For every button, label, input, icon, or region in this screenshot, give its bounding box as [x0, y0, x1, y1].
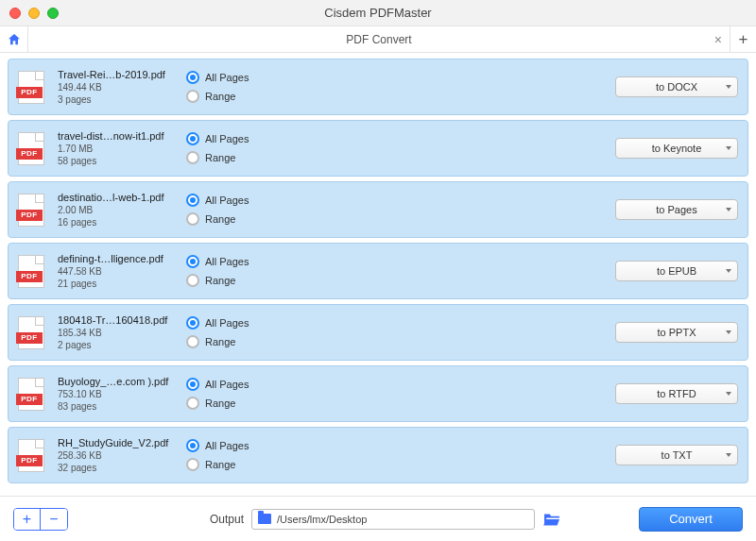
radio-unselected-icon: [186, 90, 199, 103]
file-page-count: 3 pages: [58, 94, 180, 105]
all-pages-option[interactable]: All Pages: [186, 71, 356, 84]
tab-label: PDF Convert: [346, 33, 411, 46]
file-meta: Travel-Rei…b-2019.pdf149.44 KB3 pages: [58, 69, 180, 105]
range-option[interactable]: Range: [186, 90, 356, 103]
file-row[interactable]: PDFdefining-t…lligence.pdf447.58 KB21 pa…: [8, 243, 748, 299]
chevron-down-icon: [726, 392, 731, 396]
output-format-dropdown[interactable]: to Keynote: [615, 138, 738, 159]
browse-output-button[interactable]: [542, 512, 561, 527]
range-option[interactable]: Range: [186, 458, 356, 471]
file-size: 1.70 MB: [58, 144, 180, 154]
open-folder-icon: [542, 512, 561, 527]
all-pages-label: All Pages: [205, 72, 249, 83]
page-range-options: All PagesRange: [186, 255, 356, 287]
pdf-file-icon: PDF: [18, 316, 44, 349]
output-format-dropdown[interactable]: to TXT: [615, 445, 738, 465]
minimize-window-button[interactable]: [28, 8, 40, 19]
output-format-label: to DOCX: [656, 81, 697, 93]
pdf-badge: PDF: [16, 148, 43, 160]
range-option[interactable]: Range: [186, 335, 356, 348]
file-name: travel-dist…now-it1.pdf: [58, 130, 180, 142]
range-label: Range: [205, 336, 235, 347]
page-range-options: All PagesRange: [186, 439, 356, 471]
file-size: 447.58 KB: [58, 266, 180, 277]
file-row[interactable]: PDF180418-Tr…160418.pdf185.34 KB2 pagesA…: [8, 304, 748, 361]
radio-selected-icon: [186, 194, 199, 207]
all-pages-option[interactable]: All Pages: [186, 132, 356, 145]
all-pages-label: All Pages: [205, 440, 249, 451]
range-label: Range: [205, 91, 235, 102]
file-list: PDFTravel-Rei…b-2019.pdf149.44 KB3 pages…: [0, 53, 756, 483]
window-title: Cisdem PDFMaster: [0, 6, 756, 20]
all-pages-label: All Pages: [205, 317, 249, 329]
add-file-button[interactable]: +: [14, 509, 41, 530]
file-size: 753.10 KB: [58, 389, 180, 399]
close-tab-button[interactable]: ×: [714, 32, 722, 47]
file-size: 258.36 KB: [58, 450, 180, 461]
file-row[interactable]: PDFtravel-dist…now-it1.pdf1.70 MB58 page…: [8, 120, 748, 177]
range-option[interactable]: Range: [186, 397, 356, 410]
radio-unselected-icon: [186, 397, 199, 410]
radio-unselected-icon: [186, 335, 199, 348]
file-page-count: 16 pages: [58, 217, 180, 228]
file-meta: travel-dist…now-it1.pdf1.70 MB58 pages: [58, 130, 180, 166]
output-format-label: to EPUB: [657, 265, 696, 277]
output-format-dropdown[interactable]: to EPUB: [615, 261, 738, 281]
file-meta: 180418-Tr…160418.pdf185.34 KB2 pages: [58, 314, 180, 350]
output-format-dropdown[interactable]: to PPTX: [615, 322, 738, 343]
file-page-count: 2 pages: [58, 340, 180, 350]
pdf-badge: PDF: [16, 210, 43, 221]
pdf-file-icon: PDF: [18, 132, 44, 165]
range-label: Range: [205, 275, 235, 286]
output-format-dropdown[interactable]: to Pages: [615, 199, 738, 220]
all-pages-label: All Pages: [205, 133, 249, 144]
file-page-count: 83 pages: [58, 401, 180, 412]
file-page-count: 58 pages: [58, 156, 180, 166]
output-path-text: /Users/lmx/Desktop: [277, 514, 367, 525]
range-label: Range: [205, 152, 235, 163]
all-pages-option[interactable]: All Pages: [186, 378, 356, 391]
convert-button[interactable]: Convert: [639, 507, 743, 532]
new-tab-button[interactable]: +: [730, 26, 756, 52]
file-name: destinatio…l-web-1.pdf: [58, 192, 180, 203]
radio-unselected-icon: [186, 212, 199, 226]
output-path-field[interactable]: /Users/lmx/Desktop: [251, 509, 535, 530]
all-pages-option[interactable]: All Pages: [186, 255, 356, 268]
radio-selected-icon: [186, 378, 199, 391]
file-name: 180418-Tr…160418.pdf: [58, 314, 180, 326]
file-row[interactable]: PDFdestinatio…l-web-1.pdf2.00 MB16 pages…: [8, 181, 748, 238]
range-option[interactable]: Range: [186, 151, 356, 164]
output-format-label: to TXT: [662, 449, 693, 461]
pdf-file-icon: PDF: [18, 378, 44, 411]
chevron-down-icon: [726, 85, 731, 89]
chevron-down-icon: [726, 330, 731, 334]
file-size: 149.44 KB: [58, 82, 180, 93]
close-window-button[interactable]: [9, 8, 21, 19]
zoom-window-button[interactable]: [47, 8, 59, 19]
home-icon: [7, 32, 22, 47]
home-button[interactable]: [0, 26, 28, 52]
tab-pdf-convert[interactable]: PDF Convert ×: [28, 26, 730, 52]
remove-file-button[interactable]: −: [41, 509, 67, 530]
file-row[interactable]: PDFBuyology_…e.com ).pdf753.10 KB83 page…: [8, 365, 748, 422]
range-option[interactable]: Range: [186, 212, 356, 226]
file-row[interactable]: PDFRH_StudyGuide_V2.pdf258.36 KB32 pages…: [8, 427, 748, 483]
output-label: Output: [210, 513, 244, 526]
output-format-dropdown[interactable]: to DOCX: [615, 76, 738, 97]
pdf-file-icon: PDF: [18, 71, 44, 104]
all-pages-option[interactable]: All Pages: [186, 439, 356, 452]
file-size: 185.34 KB: [58, 328, 180, 338]
file-row[interactable]: PDFTravel-Rei…b-2019.pdf149.44 KB3 pages…: [8, 59, 748, 115]
all-pages-option[interactable]: All Pages: [186, 194, 356, 207]
file-name: RH_StudyGuide_V2.pdf: [58, 437, 180, 448]
range-option[interactable]: Range: [186, 274, 356, 287]
file-name: defining-t…lligence.pdf: [58, 253, 180, 264]
output-format-dropdown[interactable]: to RTFD: [615, 383, 738, 404]
footer-bar: + − Output /Users/lmx/Desktop Convert: [0, 496, 756, 541]
all-pages-label: All Pages: [205, 194, 249, 206]
chevron-down-icon: [726, 453, 731, 457]
chevron-down-icon: [726, 146, 731, 150]
all-pages-label: All Pages: [205, 379, 249, 390]
all-pages-option[interactable]: All Pages: [186, 316, 356, 330]
output-format-label: to Pages: [656, 204, 696, 215]
